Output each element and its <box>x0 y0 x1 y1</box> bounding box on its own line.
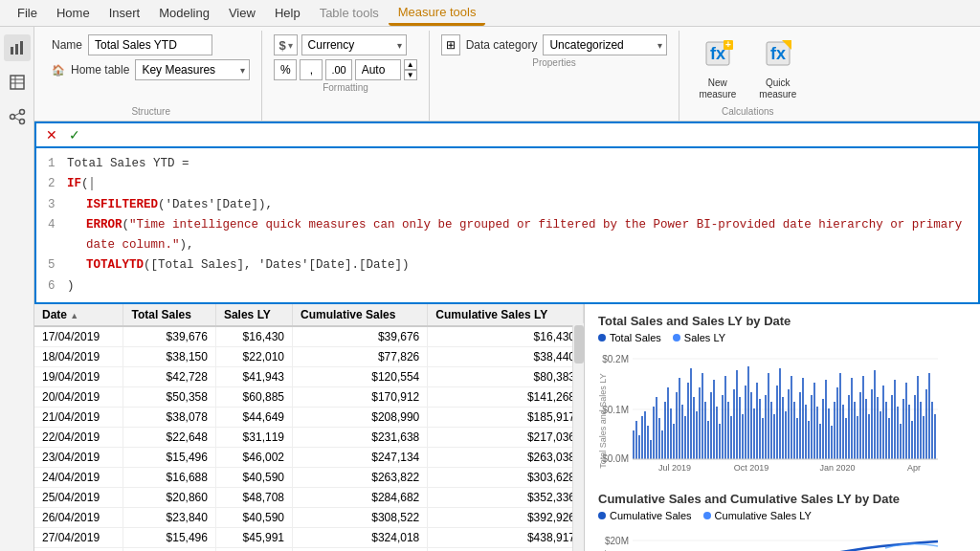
svg-rect-68 <box>750 392 752 459</box>
svg-text:Apr: Apr <box>907 463 921 473</box>
svg-rect-46 <box>687 383 689 459</box>
svg-rect-43 <box>679 378 680 459</box>
ribbon: Name 🏠 Home table Key Measures Structure <box>34 27 980 121</box>
svg-rect-35 <box>656 397 657 459</box>
formula-line-5: 5 TOTALYTD([Total Sales], 'Dates'[Date].… <box>48 255 967 276</box>
format-currency-arrow: ▾ <box>288 40 293 51</box>
svg-text:Oct 2019: Oct 2019 <box>734 463 769 473</box>
cancel-formula-btn[interactable]: ✕ <box>42 125 61 144</box>
svg-rect-115 <box>885 402 887 459</box>
svg-rect-39 <box>667 387 669 459</box>
formula-editor[interactable]: 1 Total Sales YTD = 2 IF( 3 ISFILTERED('… <box>34 146 980 304</box>
scrollbar-thumb[interactable] <box>574 325 584 364</box>
formatting-group: $ ▾ Currency General Whole number Decima… <box>262 31 429 121</box>
svg-rect-99 <box>839 373 841 459</box>
svg-rect-32 <box>647 426 649 459</box>
spin-down-btn[interactable]: ▼ <box>404 70 417 80</box>
chart2-legend-cum-sales-ly: Cumulative Sales LY <box>703 510 812 521</box>
format-select-wrap: Currency General Whole number Decimal nu… <box>301 34 407 55</box>
comma-btn[interactable]: , <box>300 59 323 80</box>
auto-input[interactable] <box>355 59 401 80</box>
table-row: 26/04/2019$23,840$40,590$308,522$392,926 <box>34 507 584 527</box>
bottom-area: Date ▲ Total Sales Sales LY Cumulative S… <box>34 304 980 551</box>
svg-rect-28 <box>635 421 637 459</box>
svg-rect-85 <box>799 392 801 459</box>
menu-insert[interactable]: Insert <box>100 2 150 24</box>
svg-rect-31 <box>644 411 646 459</box>
menu-view[interactable]: View <box>219 2 265 24</box>
svg-rect-56 <box>716 407 718 459</box>
svg-rect-44 <box>681 405 683 459</box>
svg-rect-107 <box>862 376 864 459</box>
percent-btn[interactable]: % <box>274 59 297 80</box>
chart2-title: Cumulative Sales and Cumulative Sales LY… <box>598 492 967 506</box>
table-row: 23/04/2019$15,496$46,002$247,134$263,038 <box>34 447 584 467</box>
name-label: Name <box>52 38 82 52</box>
svg-rect-121 <box>902 399 904 459</box>
svg-rect-78 <box>779 368 781 459</box>
home-table-select[interactable]: Key Measures <box>135 59 250 80</box>
svg-rect-87 <box>805 405 807 459</box>
menu-help[interactable]: Help <box>265 2 310 24</box>
svg-rect-100 <box>842 405 844 459</box>
svg-rect-76 <box>773 414 775 459</box>
report-icon[interactable] <box>4 34 31 61</box>
table-row: 27/04/2019$15,496$45,991$324,018$438,917 <box>34 527 584 547</box>
menu-file[interactable]: File <box>8 2 47 24</box>
menu-modeling[interactable]: Modeling <box>149 2 219 24</box>
svg-rect-116 <box>888 418 890 459</box>
scrollbar[interactable] <box>572 323 584 551</box>
svg-rect-110 <box>871 389 873 459</box>
svg-rect-82 <box>791 376 792 459</box>
table-row: 24/04/2019$16,688$40,590$263,822$303,628 <box>34 467 584 487</box>
svg-rect-50 <box>699 387 701 459</box>
chart1-legend-total-sales: Total Sales <box>598 332 661 343</box>
name-input[interactable] <box>88 34 212 55</box>
menu-measure-tools[interactable]: Measure tools <box>389 1 486 26</box>
svg-rect-106 <box>859 392 861 459</box>
chart1-legend-sales-ly: Sales LY <box>673 332 725 343</box>
table-row: 19/04/2019$42,728$41,943$120,554$80,383 <box>34 366 584 386</box>
decimal-btn[interactable]: .00 <box>325 59 351 80</box>
svg-rect-111 <box>874 370 876 459</box>
svg-rect-67 <box>747 366 749 459</box>
col-cum-sales: Cumulative Sales <box>293 304 428 326</box>
chart1-container: Total Sales and Sales LY by Date Total S… <box>598 314 967 476</box>
spin-up-btn[interactable]: ▲ <box>404 59 417 70</box>
svg-rect-54 <box>710 392 712 459</box>
svg-rect-91 <box>816 407 818 459</box>
svg-rect-113 <box>880 411 881 459</box>
svg-text:$0.2M: $0.2M <box>602 354 629 364</box>
formula-line-2: 2 IF( <box>48 174 967 194</box>
svg-rect-132 <box>934 414 936 459</box>
svg-rect-48 <box>693 397 695 459</box>
data-cat-select-wrap: Uncategorized <box>543 34 667 55</box>
table-body: 17/04/2019$39,676$16,430$39,676$16,43018… <box>34 326 584 551</box>
structure-label: Structure <box>52 104 250 119</box>
model-icon[interactable] <box>4 103 31 130</box>
new-measure-btn[interactable]: fx+ Newmeasure <box>691 34 744 104</box>
svg-rect-104 <box>854 402 856 459</box>
svg-rect-72 <box>762 418 764 459</box>
svg-rect-105 <box>857 416 858 459</box>
data-cat-icon: ⊞ <box>441 34 460 55</box>
svg-rect-71 <box>759 399 761 459</box>
format-type-btn[interactable]: $ ▾ <box>274 34 297 55</box>
format-select[interactable]: Currency General Whole number Decimal nu… <box>301 34 407 55</box>
menu-bar: File Home Insert Modeling View Help Tabl… <box>0 0 980 27</box>
menu-table-tools[interactable]: Table tools <box>310 2 389 24</box>
svg-rect-79 <box>782 397 784 459</box>
confirm-formula-btn[interactable]: ✓ <box>65 125 84 144</box>
table-row: 20/04/2019$50,358$60,885$170,912$141,268 <box>34 386 584 407</box>
data-cat-select[interactable]: Uncategorized <box>543 34 667 55</box>
svg-point-8 <box>19 110 24 115</box>
menu-home[interactable]: Home <box>47 2 100 24</box>
structure-group: Name 🏠 Home table Key Measures Structure <box>40 31 262 121</box>
table-icon[interactable] <box>4 69 31 96</box>
svg-line-11 <box>14 118 20 121</box>
svg-rect-131 <box>931 402 933 459</box>
data-table: Date ▲ Total Sales Sales LY Cumulative S… <box>34 304 584 551</box>
svg-rect-124 <box>911 421 913 459</box>
svg-rect-62 <box>733 389 735 459</box>
quick-measure-btn[interactable]: fx Quickmeasure <box>751 34 804 104</box>
